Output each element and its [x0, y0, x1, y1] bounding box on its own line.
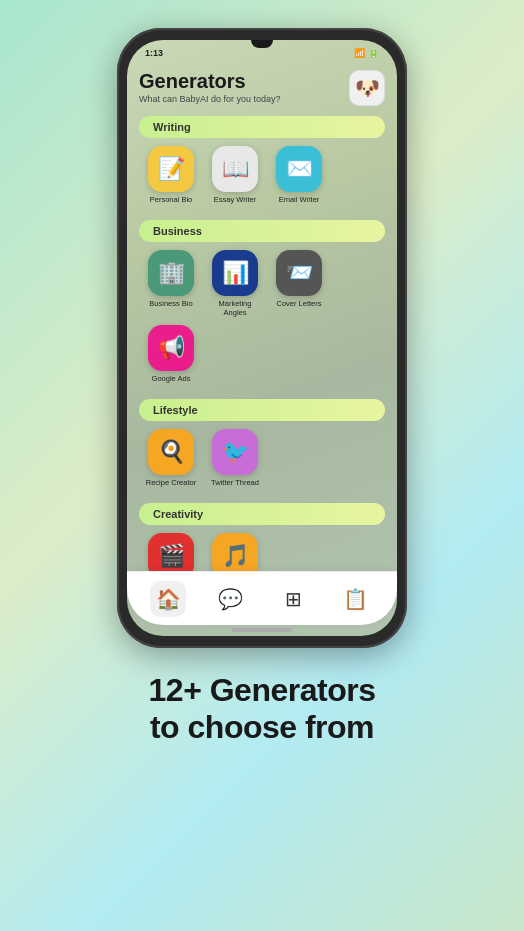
app-header: Generators What can BabyAI do for you to…	[139, 68, 385, 106]
writing-icons-row: 📝 Personal Bio 📖 Essay Writer ✉️ Email W…	[139, 146, 385, 210]
tagline-line2: to choose from	[149, 709, 376, 746]
creativity-icons-row: 🎬 Script Writer 🎵 Lyrics Generator	[139, 533, 385, 571]
icon-google-ads-label: Google Ads	[152, 374, 191, 383]
icon-marketing-angles-circle: 📊	[212, 250, 258, 296]
section-writing: Writing 📝 Personal Bio 📖 Essay Writer ✉️…	[139, 116, 385, 210]
icon-essay-writer-circle: 📖	[212, 146, 258, 192]
phone-screen: 1:13 📶 🔋 Generators What can BabyAI do f…	[127, 40, 397, 636]
icon-business-bio-circle: 🏢	[148, 250, 194, 296]
icon-personal-bio-circle: 📝	[148, 146, 194, 192]
section-label-writing: Writing	[139, 116, 385, 138]
icon-personal-bio[interactable]: 📝 Personal Bio	[143, 146, 199, 204]
icon-cover-letters-circle: 📨	[276, 250, 322, 296]
app-subtitle: What can BabyAI do for you today?	[139, 94, 281, 104]
icon-essay-writer-label: Essay Writer	[214, 195, 256, 204]
app-header-text: Generators What can BabyAI do for you to…	[139, 70, 281, 104]
icon-google-ads-circle: 📢	[148, 325, 194, 371]
avatar[interactable]: 🐶	[349, 70, 385, 106]
nav-home[interactable]: 🏠	[150, 581, 186, 617]
status-time: 1:13	[145, 48, 163, 58]
icon-recipe-creator[interactable]: 🍳 Recipe Creator	[143, 429, 199, 487]
icon-email-writer-circle: ✉️	[276, 146, 322, 192]
bottom-nav: 🏠 💬 ⊞ 📋	[127, 571, 397, 625]
icon-cover-letters[interactable]: 📨 Cover Letters	[271, 250, 327, 317]
icon-recipe-creator-label: Recipe Creator	[146, 478, 196, 487]
icon-personal-bio-label: Personal Bio	[150, 195, 193, 204]
icon-lyrics-generator[interactable]: 🎵 Lyrics Generator	[207, 533, 263, 571]
icon-google-ads[interactable]: 📢 Google Ads	[143, 325, 199, 383]
icon-business-bio-label: Business Bio	[149, 299, 192, 308]
status-icons: 📶 🔋	[354, 48, 379, 58]
business-icons-row: 🏢 Business Bio 📊 Marketing Angles 📨 Cove…	[139, 250, 385, 389]
section-label-creativity: Creativity	[139, 503, 385, 525]
home-bar	[232, 628, 292, 632]
phone-container: 1:13 📶 🔋 Generators What can BabyAI do f…	[117, 28, 407, 648]
section-business: Business 🏢 Business Bio 📊 Marketing Angl…	[139, 220, 385, 389]
icon-twitter-thread[interactable]: 🐦 Twitter Thread	[207, 429, 263, 487]
icon-script-writer[interactable]: 🎬 Script Writer	[143, 533, 199, 571]
icon-lyrics-generator-circle: 🎵	[212, 533, 258, 571]
icon-email-writer[interactable]: ✉️ Email Writer	[271, 146, 327, 204]
lifestyle-icons-row: 🍳 Recipe Creator 🐦 Twitter Thread	[139, 429, 385, 493]
tagline-line1: 12+ Generators	[149, 672, 376, 709]
status-battery: 🔋	[368, 48, 379, 58]
tagline: 12+ Generators to choose from	[149, 672, 376, 746]
icon-marketing-angles[interactable]: 📊 Marketing Angles	[207, 250, 263, 317]
icon-script-writer-circle: 🎬	[148, 533, 194, 571]
icon-essay-writer[interactable]: 📖 Essay Writer	[207, 146, 263, 204]
app-content: Generators What can BabyAI do for you to…	[127, 62, 397, 571]
icon-cover-letters-label: Cover Letters	[276, 299, 321, 308]
nav-grid[interactable]: ⊞	[275, 581, 311, 617]
section-label-lifestyle: Lifestyle	[139, 399, 385, 421]
icon-twitter-thread-circle: 🐦	[212, 429, 258, 475]
icon-marketing-angles-label: Marketing Angles	[207, 299, 263, 317]
app-title: Generators	[139, 70, 281, 93]
nav-chat[interactable]: 💬	[213, 581, 249, 617]
section-label-business: Business	[139, 220, 385, 242]
section-creativity: Creativity 🎬 Script Writer 🎵 Lyrics Gene…	[139, 503, 385, 571]
section-lifestyle: Lifestyle 🍳 Recipe Creator 🐦 Twitter Thr…	[139, 399, 385, 493]
nav-tools[interactable]: 📋	[338, 581, 374, 617]
icon-email-writer-label: Email Writer	[279, 195, 320, 204]
status-signal: 📶	[354, 48, 365, 58]
icon-twitter-thread-label: Twitter Thread	[211, 478, 259, 487]
icon-business-bio[interactable]: 🏢 Business Bio	[143, 250, 199, 317]
icon-recipe-creator-circle: 🍳	[148, 429, 194, 475]
